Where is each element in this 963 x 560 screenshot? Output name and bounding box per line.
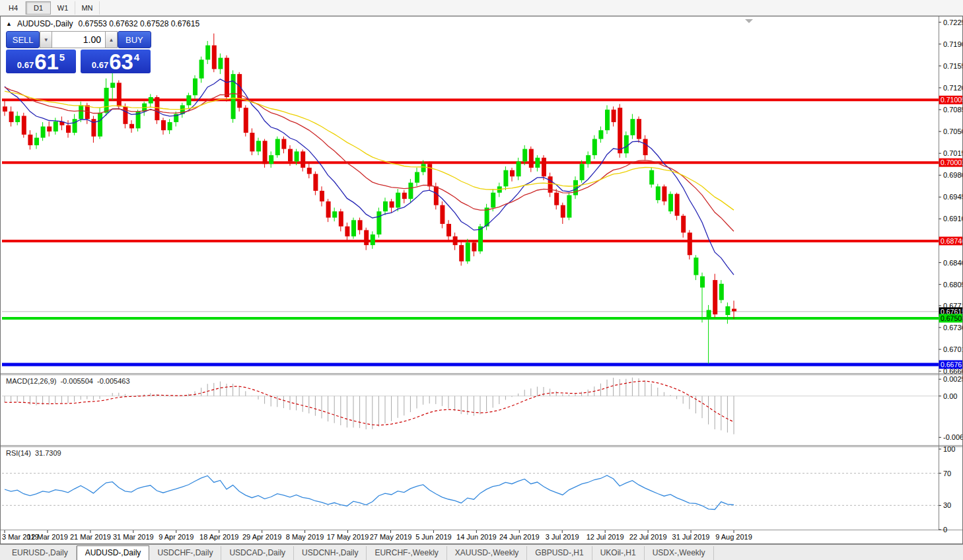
candle-body [320, 191, 324, 201]
date-tick-label: 5 Jun 2019 [415, 533, 451, 541]
candle-body [598, 130, 603, 139]
panel-frames-layer [1, 17, 962, 530]
price-tag-label: 0.67508 [941, 314, 962, 322]
price-tick-label: 0.72250 [943, 18, 962, 26]
chart-tab-gbpusd[interactable]: GBPUSD-,H1 [527, 546, 592, 560]
buy-price-box[interactable]: 0.67 63 4 [81, 50, 151, 73]
candle-body [503, 170, 508, 187]
date-tick-label: 29 Apr 2019 [242, 533, 281, 541]
chart-tab-eurchf[interactable]: EURCHF-,Weekly [367, 546, 446, 560]
candle-body [364, 230, 369, 245]
candle-body [421, 164, 426, 172]
candle-body [155, 97, 159, 120]
ma-line [5, 79, 734, 275]
chart-header: ▲ AUDUSD-,Daily 0.67553 0.67632 0.67528 … [6, 19, 199, 28]
chart-tab-usdx[interactable]: USDX-,Weekly [645, 546, 714, 560]
moving-averages-layer [5, 79, 734, 275]
collapse-panel-icon[interactable]: ▲ [6, 20, 12, 27]
chart-tab-xauusd[interactable]: XAUUSD-,Weekly [447, 546, 527, 560]
volume-increase-icon[interactable]: ▲ [105, 31, 118, 48]
volume-decrease-icon[interactable]: ▼ [40, 31, 52, 48]
chart-tab-ukoil[interactable]: UKOil-,H1 [592, 546, 645, 560]
candle-body [586, 155, 590, 164]
candle-body [707, 310, 711, 317]
candle-body [466, 242, 470, 261]
chart-tab-eurusd[interactable]: EURUSD-,Daily [4, 546, 77, 560]
macd-signal-value: -0.005463 [97, 377, 130, 385]
timeframe-button-d1[interactable]: D1 [26, 1, 51, 15]
candle-body [244, 108, 248, 133]
candle-body [605, 110, 610, 130]
price-tick-label: 0.70500 [943, 127, 962, 135]
date-tick-label: 8 May 2019 [286, 533, 324, 541]
buy-price-prefix: 0.67 [92, 60, 108, 70]
chart-shift-marker-icon[interactable] [745, 19, 753, 23]
chart-tab-usdcad[interactable]: USDCAD-,Daily [221, 546, 294, 560]
rsi-axis-label: 0 [943, 526, 947, 534]
symbol-title: AUDUSD-,Daily [17, 19, 73, 28]
candle-body [339, 211, 343, 227]
candles-layer [3, 34, 736, 364]
macd-name: MACD(12,26,9) [6, 377, 56, 385]
candle-body [453, 236, 458, 245]
price-tick-label: 0.68050 [943, 281, 962, 289]
macd-axis-label: 0.002574 [943, 375, 962, 383]
rsi-name: RSI(14) [6, 449, 31, 457]
rsi-indicator-label: RSI(14) 31.7309 [6, 449, 61, 457]
candle-body [668, 194, 673, 211]
one-click-trade-panel: SELL ▼ ▲ BUY 0.67 61 5 0.67 63 4 [6, 31, 151, 73]
candle-body [47, 127, 52, 132]
sell-price-box[interactable]: 0.67 61 5 [6, 50, 76, 73]
candle-body [73, 119, 77, 133]
candle-body [694, 258, 698, 275]
candle-body [478, 227, 483, 252]
candle-body [269, 155, 273, 164]
sell-price-prefix: 0.67 [17, 60, 34, 70]
price-tick-label: 0.70850 [943, 106, 962, 114]
candle-body [326, 201, 331, 218]
candle-body [402, 193, 407, 199]
chart-tab-usdchf[interactable]: USDCHF-,Daily [149, 546, 221, 560]
date-tick-label: 14 Jun 2019 [456, 533, 497, 541]
candle-body [41, 127, 46, 138]
ma-line [5, 87, 734, 231]
price-tick-label: 0.71900 [943, 40, 962, 48]
candle-body [15, 116, 20, 122]
timeframe-toolbar: H4D1W1MN [0, 0, 963, 16]
timeframe-button-h4[interactable]: H4 [1, 1, 26, 15]
chart-canvas[interactable]: 0.722500.719000.715500.712000.708500.705… [1, 17, 962, 543]
chart-tab-usdcnh[interactable]: USDCNH-,Daily [294, 546, 367, 560]
timeframe-button-mn[interactable]: MN [75, 1, 100, 15]
candle-body [281, 139, 286, 149]
candle-body [459, 245, 464, 262]
ohlc-values: 0.67553 0.67632 0.67528 0.67615 [79, 19, 200, 28]
chart-tab-audusd[interactable]: AUDUSD-,Daily [77, 545, 150, 560]
timeframe-button-w1[interactable]: W1 [51, 1, 75, 15]
candle-body [440, 205, 445, 224]
candle-body [675, 194, 680, 216]
candle-body [390, 201, 394, 207]
buy-price-big: 63 [109, 51, 133, 73]
candle-body [295, 151, 299, 161]
candle-body [129, 124, 134, 129]
buy-button[interactable]: BUY [118, 31, 151, 48]
date-tick-label: 9 Apr 2019 [159, 533, 194, 541]
volume-input[interactable] [52, 31, 105, 48]
candle-body [250, 133, 254, 151]
date-tick-label: 9 Aug 2019 [715, 533, 752, 541]
candle-body [66, 125, 71, 133]
candle-body [351, 220, 356, 236]
candle-body [472, 242, 476, 251]
date-tick-label: 18 Apr 2019 [199, 533, 238, 541]
price-axis-layer: 0.722500.719000.715500.712000.708500.705… [939, 18, 962, 534]
candle-body [186, 95, 191, 105]
candle-body [522, 149, 527, 162]
candle-body [719, 284, 724, 300]
candle-body [637, 119, 641, 139]
candle-body [554, 193, 559, 205]
candle-body [408, 183, 413, 199]
sell-button[interactable]: SELL [6, 31, 40, 48]
rsi-axis-label: 70 [943, 470, 951, 477]
candle-body [548, 176, 553, 193]
candle-body [199, 59, 204, 78]
